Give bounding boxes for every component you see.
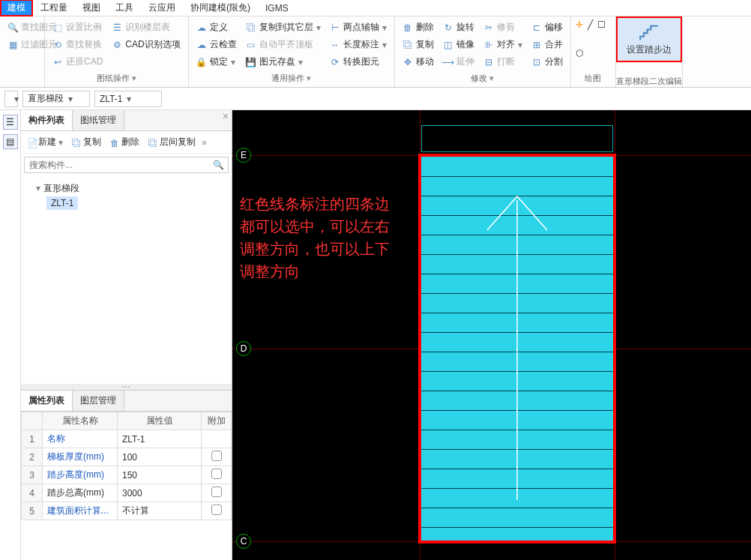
delete-button[interactable]: 🗑删除 — [399, 19, 437, 35]
checkbox[interactable] — [211, 451, 222, 461]
direction-arrow — [465, 185, 570, 515]
nav-button-2[interactable]: ▤ — [3, 134, 18, 149]
search-icon[interactable]: 🔍 — [213, 160, 224, 170]
table-row[interactable]: 2梯板厚度(mm)100 — [22, 448, 232, 466]
axis-icon: ⊢ — [330, 22, 340, 33]
copy-component-button[interactable]: ⿻复制 — [69, 134, 104, 150]
menu-tab-view[interactable]: 视图 — [75, 0, 108, 16]
table-row[interactable]: 4踏步总高(mm)3000 — [22, 484, 232, 502]
tree-node-child[interactable]: ZLT-1 — [46, 196, 78, 210]
ribbon-group-label-common: 通用操作 ▾ — [193, 71, 390, 84]
offset-button[interactable]: ⊏偏移 — [528, 19, 566, 35]
cloud-icon: ☁ — [196, 22, 207, 33]
caret-down-icon: ▾ — [36, 183, 40, 193]
move-button[interactable]: ✥移动 — [399, 54, 437, 70]
lock-button[interactable]: 🔒锁定 ▾ — [193, 54, 240, 70]
define-button[interactable]: ☁定义 — [193, 19, 240, 35]
set-scale-button[interactable]: ⬚设置比例 — [49, 19, 106, 35]
new-component-button[interactable]: 📄新建 ▾ — [24, 134, 66, 150]
tab-component-list[interactable]: 构件列表 — [21, 110, 73, 130]
drawing-canvas[interactable]: E D C 红色线条标注 — [232, 110, 751, 560]
copy-button[interactable]: ⿻复制 — [399, 37, 437, 52]
search-icon: 🔍 — [7, 22, 18, 33]
menu-tab-modeling[interactable]: 建模 — [0, 0, 33, 16]
poly-tool-icon[interactable]: ⬡ — [576, 48, 583, 72]
tab-layers[interactable]: 图层管理 — [73, 391, 124, 411]
layer-copy-icon: ⿻ — [148, 138, 157, 147]
panel-close-icon[interactable]: × — [223, 110, 229, 122]
delete-component-button[interactable]: 🗑删除 — [107, 134, 142, 150]
point-tool-icon[interactable]: ✛ — [576, 19, 583, 43]
find-replace-button[interactable]: ⟲查找替换 — [49, 37, 106, 52]
length-dim-button[interactable]: ↔长度标注 ▾ — [327, 37, 390, 52]
mirror-icon: ◫ — [443, 40, 453, 50]
undo-icon: ↩ — [52, 57, 63, 67]
mirror-button[interactable]: ◫镜像 — [440, 37, 477, 52]
merge-button[interactable]: ⊞合并 — [528, 37, 566, 52]
search-input[interactable] — [24, 157, 229, 173]
split-icon: ⊡ — [531, 57, 542, 67]
copy-icon: ⿻ — [72, 138, 81, 147]
merge-icon: ⊞ — [531, 40, 542, 50]
rect-tool-icon[interactable]: ☐ — [597, 19, 606, 43]
landing-outline — [421, 125, 613, 152]
tree-node-root[interactable]: ▾直形梯段 — [28, 181, 224, 196]
cloud-check-icon: ☁ — [196, 40, 207, 50]
menu-tab-tools[interactable]: 工具 — [108, 0, 141, 16]
menu-tab-collab[interactable]: 协同建模(限免) — [183, 0, 258, 16]
property-panel: 属性列表 图层管理 属性名称 属性值 附加 1名称ZLT-1 2梯板厚度(mm)… — [21, 390, 232, 560]
menu-tab-igms[interactable]: IGMS — [258, 1, 296, 16]
selector-component-type[interactable]: 直形梯段▾ — [22, 91, 90, 107]
menu-tab-cloud[interactable]: 云应用 — [141, 0, 183, 16]
align-button[interactable]: ⊪对齐 ▾ — [480, 37, 525, 52]
prop-header-extra: 附加 — [202, 412, 232, 430]
break-icon: ⊟ — [483, 57, 494, 67]
checkbox[interactable] — [211, 469, 222, 479]
workspace: ☰ ▤ × 构件列表 图纸管理 📄新建 ▾ ⿻复制 🗑删除 ⿻层间复制 » 🔍 … — [0, 110, 751, 560]
convert-element-button[interactable]: ⟳转换图元 — [327, 54, 390, 70]
set-step-edge-button[interactable]: 设置踏步边 — [616, 16, 682, 62]
menu-tab-quantity[interactable]: 工程量 — [33, 0, 75, 16]
selector-component-name[interactable]: ZLT-1▾ — [94, 91, 162, 107]
break-button[interactable]: ⊟打断 — [480, 54, 525, 70]
line-tool-icon[interactable]: ╱ — [588, 19, 593, 43]
checkbox[interactable] — [211, 505, 222, 515]
align-icon: ⊪ — [483, 40, 494, 50]
lock-icon: 🔒 — [196, 57, 207, 67]
panel-tabs: 构件列表 图纸管理 — [21, 110, 232, 131]
selector-1[interactable]: ▾ — [4, 91, 18, 107]
gear-icon: ⚙ — [112, 40, 122, 50]
component-tree: ▾直形梯段 ZLT-1 — [21, 176, 232, 214]
panel-toolbar: 📄新建 ▾ ⿻复制 🗑删除 ⿻层间复制 » — [21, 131, 232, 154]
save-element-button[interactable]: 💾图元存盘 ▾ — [243, 54, 324, 70]
auto-align-button[interactable]: ▭自动平齐顶板 — [243, 37, 324, 52]
ribbon-group-label-drawing: 图纸操作 ▾ — [49, 71, 184, 84]
table-row[interactable]: 3踏步高度(mm)150 — [22, 466, 232, 484]
restore-cad-button[interactable]: ↩还原CAD — [49, 54, 106, 70]
tab-properties[interactable]: 属性列表 — [21, 391, 73, 411]
cad-options-button[interactable]: ⚙CAD识别选项 — [109, 37, 183, 52]
split-button[interactable]: ⊡分割 — [528, 54, 566, 70]
extend-icon: ⟶ — [443, 57, 453, 67]
property-table: 属性名称 属性值 附加 1名称ZLT-1 2梯板厚度(mm)100 3踏步高度(… — [21, 412, 232, 520]
cloud-check-button[interactable]: ☁云检查 — [193, 37, 240, 52]
dimension-icon: ↔ — [330, 40, 340, 50]
ribbon: 🔍查找图元 ▦过滤图元 ⬚设置比例 ⟲查找替换 ↩还原CAD ☰识别楼层表 ⚙C… — [0, 16, 751, 88]
table-row[interactable]: 5建筑面积计算...不计算 — [22, 502, 232, 520]
two-point-axis-button[interactable]: ⊢两点辅轴 ▾ — [327, 19, 390, 35]
extend-button[interactable]: ⟶延伸 — [440, 54, 477, 70]
new-icon: 📄 — [27, 138, 36, 147]
identify-floor-button[interactable]: ☰识别楼层表 — [109, 19, 183, 35]
checkbox[interactable] — [211, 487, 222, 497]
nav-button-1[interactable]: ☰ — [3, 115, 18, 130]
ribbon-group-label-draw: 绘图 — [576, 71, 611, 84]
table-row[interactable]: 1名称ZLT-1 — [22, 430, 232, 448]
copy-to-layer-button[interactable]: ⿻复制到其它层 ▾ — [243, 19, 324, 35]
layer-copy-button[interactable]: ⿻层间复制 — [145, 134, 199, 150]
grid-bubble-d: D — [236, 341, 251, 356]
ribbon-group-label-modify: 修改 ▾ — [399, 71, 566, 84]
rotate-button[interactable]: ↻旋转 — [440, 19, 477, 35]
tab-drawing-mgmt[interactable]: 图纸管理 — [73, 110, 124, 130]
trim-button[interactable]: ✂修剪 — [480, 19, 525, 35]
horizontal-splitter[interactable] — [21, 384, 232, 390]
